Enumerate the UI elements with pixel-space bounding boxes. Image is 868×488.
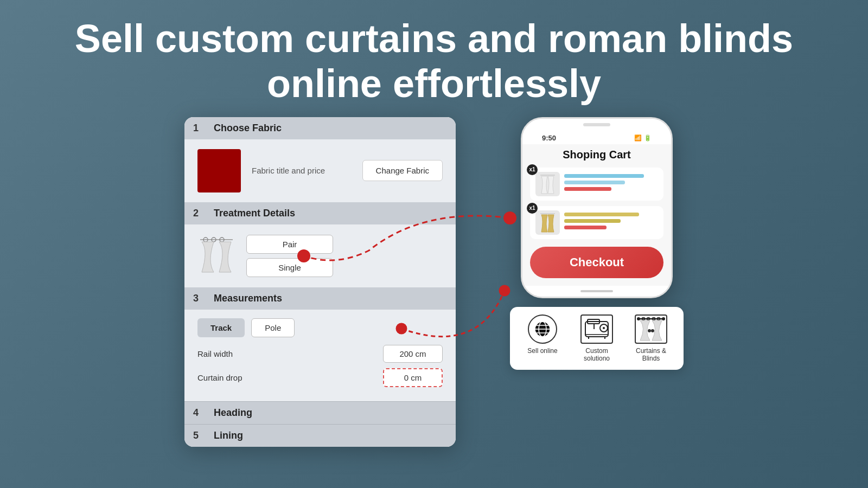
cart-item-2-line-2	[564, 219, 621, 223]
cart-item-2: x1	[530, 206, 663, 239]
curtains-blinds-icon	[635, 314, 667, 344]
cart-item-1-line-3	[564, 187, 611, 191]
phone-notch	[583, 123, 610, 126]
phone-body: Shoping Cart x1	[522, 144, 671, 286]
configurator-panel: 1 Choose Fabric Fabric title and price C…	[184, 117, 456, 447]
curtain-drop-label: Curtain drop	[197, 373, 242, 382]
phone-status-bar: 9:50 📶 🔋	[531, 129, 662, 144]
curtains-blinds-item[interactable]: Curtains & Blinds	[629, 314, 673, 362]
checkout-button[interactable]: Checkout	[530, 247, 663, 278]
custom-solutions-item[interactable]: Custom solutiono	[575, 314, 618, 362]
cart-title: Shoping Cart	[530, 149, 663, 161]
measurements-title: Measurements	[214, 293, 282, 304]
rail-width-row: Rail width 200 cm	[197, 345, 443, 363]
change-fabric-button[interactable]: Change Fabric	[362, 160, 443, 181]
battery-icon: 🔋	[644, 134, 652, 142]
curtain-drop-row: Curtain drop 0 cm	[197, 368, 443, 387]
rail-width-label: Rail width	[197, 349, 233, 358]
phone-mockup: 9:50 📶 🔋 Shoping Cart x1	[521, 117, 673, 298]
fabric-row: Fabric title and price Change Fabric	[197, 149, 443, 192]
cart-item-2-line-3	[564, 226, 607, 229]
treatment-header: 2 Treatment Details	[184, 202, 456, 224]
step-2-num: 2	[193, 208, 206, 219]
measurements-body: Track Pole Rail width 200 cm Curtain dro…	[184, 310, 456, 401]
treatment-title: Treatment Details	[214, 208, 295, 219]
phone-time: 9:50	[542, 134, 556, 142]
cart-item-2-badge: x1	[527, 203, 538, 214]
phone-area: 9:50 📶 🔋 Shoping Cart x1	[510, 117, 684, 370]
cart-item-1-badge: x1	[527, 164, 538, 175]
treatment-body: Pair Single	[184, 224, 456, 287]
choose-fabric-header: 1 Choose Fabric	[184, 117, 456, 139]
svg-rect-8	[538, 211, 557, 233]
sell-online-icon	[528, 314, 557, 344]
measurements-header: 3 Measurements	[184, 287, 456, 310]
rail-width-value: 200 cm	[383, 345, 443, 363]
cart-item-2-line-1	[564, 213, 639, 216]
treatment-row: Pair Single	[197, 234, 443, 278]
custom-solutions-icon	[580, 314, 613, 344]
sell-online-label: Sell online	[527, 347, 557, 355]
cart-item-1-thumb-svg	[538, 173, 557, 195]
svg-point-26	[662, 317, 665, 320]
wifi-icon: 📶	[634, 134, 642, 142]
svg-point-25	[637, 317, 640, 320]
step-4-num: 4	[193, 407, 206, 419]
cart-item-1: x1	[530, 168, 663, 201]
cart-item-1-line-1	[564, 174, 644, 178]
phone-status-icons: 📶 🔋	[634, 134, 652, 142]
single-button[interactable]: Single	[246, 258, 333, 277]
choose-fabric-title: Choose Fabric	[214, 123, 282, 134]
cart-item-2-details	[564, 213, 658, 232]
curtains-blinds-label: Curtains & Blinds	[629, 347, 673, 362]
main-content: 1 Choose Fabric Fabric title and price C…	[0, 106, 868, 447]
cart-item-1-line-2	[564, 181, 625, 184]
svg-point-32	[651, 329, 654, 332]
pole-button[interactable]: Pole	[251, 318, 295, 337]
home-indicator	[580, 290, 613, 292]
svg-point-31	[648, 329, 651, 332]
hero-section: Sell custom curtains and roman blinds on…	[0, 0, 868, 106]
curtains-icon	[636, 316, 666, 343]
treatment-options: Pair Single	[246, 235, 333, 277]
step-1-num: 1	[193, 123, 206, 134]
curtain-drop-value[interactable]: 0 cm	[383, 368, 443, 387]
fabric-info: Fabric title and price	[252, 166, 352, 175]
cart-item-1-details	[564, 174, 658, 194]
cart-item-1-thumb	[535, 172, 560, 196]
lining-header: 5 Lining	[184, 424, 456, 447]
icon-panel: Sell online	[510, 307, 684, 370]
custom-solutions-label: Custom solutiono	[575, 347, 618, 362]
step-5-num: 5	[193, 430, 206, 441]
curtain-illustration	[197, 234, 235, 278]
hero-title: Sell custom curtains and roman blinds on…	[0, 16, 868, 106]
pair-button[interactable]: Pair	[246, 235, 333, 254]
sewing-machine-icon	[583, 317, 610, 341]
heading-title: Heading	[214, 407, 252, 419]
track-button[interactable]: Track	[197, 318, 245, 337]
choose-fabric-body: Fabric title and price Change Fabric	[184, 139, 456, 202]
track-pole-row: Track Pole	[197, 318, 443, 337]
cart-item-2-thumb	[535, 210, 560, 235]
svg-rect-6	[538, 173, 557, 195]
fabric-swatch	[197, 149, 241, 192]
cart-item-2-thumb-svg	[538, 211, 557, 233]
lining-title: Lining	[214, 430, 243, 441]
globe-icon	[533, 320, 552, 338]
phone-top: 9:50 📶 🔋	[522, 119, 671, 144]
step-3-num: 3	[193, 293, 206, 304]
heading-header: 4 Heading	[184, 401, 456, 424]
phone-bottom-bar	[522, 286, 671, 297]
sell-online-item[interactable]: Sell online	[521, 314, 564, 362]
svg-point-20	[603, 327, 605, 329]
